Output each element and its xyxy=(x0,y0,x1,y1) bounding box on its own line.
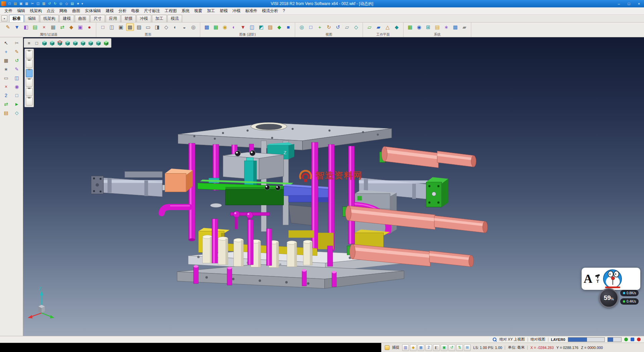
print-icon[interactable]: ▦ xyxy=(24,1,29,6)
workplane-3points-icon[interactable]: △ xyxy=(384,23,391,31)
menu-item-16[interactable]: 塑模 xyxy=(217,7,230,14)
menu-item-18[interactable]: 标准件 xyxy=(243,7,260,14)
snap-toggle-label[interactable]: 捕捉 xyxy=(392,345,399,350)
restore-button[interactable]: □ xyxy=(624,0,634,7)
move-icon[interactable]: + xyxy=(2,48,10,55)
standard-views-icon[interactable]: ▱ xyxy=(343,23,351,31)
highlight-icon[interactable]: ● xyxy=(86,23,93,31)
quick-access-dropdown-icon[interactable]: ▾ xyxy=(82,2,83,5)
options-icon[interactable]: ∗ xyxy=(75,1,80,6)
rotate-view-icon[interactable]: ↻ xyxy=(325,23,333,31)
select-icon[interactable]: ↖ xyxy=(2,39,10,47)
erase-icon[interactable]: × xyxy=(2,83,10,90)
view-cube-icon-9[interactable] xyxy=(103,40,110,47)
tray-grid-icon[interactable]: ▣ xyxy=(441,344,447,351)
sketch-icon[interactable]: ✎ xyxy=(13,48,21,55)
transparency-icon[interactable]: ▨ xyxy=(135,23,143,31)
status-red-icon[interactable] xyxy=(637,338,641,341)
annotate-icon[interactable]: ✎ xyxy=(13,65,21,73)
clipboard-slot-5-icon[interactable] xyxy=(26,88,33,96)
measure-icon[interactable]: ◇ xyxy=(64,1,69,6)
tab-5[interactable]: 曲面 xyxy=(75,15,90,22)
minimize-button[interactable]: – xyxy=(614,0,624,7)
pan-icon[interactable]: + xyxy=(316,23,324,31)
grid-icon[interactable]: ⊞ xyxy=(424,23,432,31)
absolute-view-label[interactable]: 绝对视图 xyxy=(531,337,545,342)
mirror-icon[interactable]: ◫ xyxy=(13,74,21,82)
world-icon[interactable]: ◉ xyxy=(415,23,423,31)
menu-item-6[interactable]: 曲面 xyxy=(70,7,83,14)
paste-icon[interactable]: ▥ xyxy=(41,1,46,6)
wireframe-icon[interactable]: □ xyxy=(99,23,107,31)
tab-4[interactable]: 建模 xyxy=(59,15,74,22)
clipboard-slot-6-icon[interactable] xyxy=(26,97,33,105)
tab-7[interactable]: 应用 xyxy=(106,15,120,22)
hidden-line-icon[interactable]: ◫ xyxy=(108,23,116,31)
open-file-icon[interactable]: ▤ xyxy=(13,1,18,6)
plane-icon[interactable]: ▭ xyxy=(2,74,10,82)
percent-badge[interactable]: 59% xyxy=(599,288,619,308)
viewbar-menu-icon[interactable]: ≡ xyxy=(25,40,33,47)
status-blue-icon[interactable] xyxy=(631,338,634,341)
copy-icon[interactable]: ◫ xyxy=(36,1,41,6)
element-type-icon[interactable]: ◆ xyxy=(67,23,75,31)
diamond-icon[interactable]: ◇ xyxy=(13,109,21,117)
tray-palette-icon[interactable]: ◧ xyxy=(433,344,440,351)
workplane-face-icon[interactable]: ▰ xyxy=(375,23,382,31)
layer-filter-icon[interactable]: ▤ xyxy=(31,23,39,31)
view-cube-icon-4[interactable] xyxy=(64,40,71,47)
menu-item-4[interactable]: 点云 xyxy=(44,7,57,14)
grid-icon[interactable]: ▦ xyxy=(2,57,10,64)
tray-table-icon[interactable]: ⊞ xyxy=(464,344,471,351)
shaded-icon[interactable]: ▣ xyxy=(117,23,125,31)
dimension-icon[interactable]: 2 xyxy=(2,92,10,99)
menu-item-10[interactable]: 电极 xyxy=(129,7,142,14)
light-icon[interactable]: ◉ xyxy=(221,23,229,31)
command-prompt-area[interactable] xyxy=(0,343,381,352)
attributes-pen-icon[interactable]: ✎ xyxy=(4,23,12,31)
zoom-indicator-icon[interactable] xyxy=(493,338,497,342)
menu-item-7[interactable]: 实体编辑 xyxy=(83,7,103,14)
view-cube-icon-2[interactable] xyxy=(49,40,56,47)
snap-settings-icon[interactable]: ∗ xyxy=(442,23,450,31)
remove-filter-icon[interactable]: × xyxy=(40,23,48,31)
upload-speed-pill[interactable]: 0.8K/s xyxy=(620,290,639,296)
add-view-icon[interactable]: ◆ xyxy=(275,23,283,31)
menu-item-19[interactable]: 模流分析 xyxy=(260,7,280,14)
tray-film-icon[interactable]: ▦ xyxy=(418,344,424,351)
attribute-table-icon[interactable]: ▤ xyxy=(433,23,441,31)
swap-selection-icon[interactable]: ⇄ xyxy=(58,23,66,31)
color-filter-icon[interactable]: ◧ xyxy=(22,23,30,31)
plane-slab-icon[interactable]: ▰ xyxy=(461,23,468,31)
cylinder-display-icon[interactable]: ▭ xyxy=(144,23,152,31)
clipboard-slot-4-icon[interactable] xyxy=(26,79,33,87)
menu-item-13[interactable]: 系统 xyxy=(179,7,192,14)
clipboard-slot-2-icon[interactable] xyxy=(26,60,33,68)
active-layer-label[interactable]: LAYER0 xyxy=(551,338,565,342)
trim-icon[interactable]: ✂ xyxy=(13,39,21,47)
menu-item-14[interactable]: 视窗 xyxy=(192,7,205,14)
tab-1[interactable]: 标准 xyxy=(9,15,24,22)
matrix-icon[interactable]: ▩ xyxy=(451,23,459,31)
secondary-color-bar[interactable] xyxy=(607,337,622,342)
filter-icon[interactable]: ▼ xyxy=(13,23,21,31)
snap-indicator-icon[interactable] xyxy=(385,345,389,350)
save-icon[interactable]: ▣ xyxy=(18,1,23,6)
menu-item-5[interactable]: 网格 xyxy=(57,7,70,14)
close-button[interactable]: × xyxy=(634,0,644,7)
menu-item-12[interactable]: 工程图 xyxy=(162,7,179,14)
texture-icon[interactable]: ▦ xyxy=(212,23,220,31)
list-icon[interactable]: ▤ xyxy=(2,109,10,117)
new-file-icon[interactable]: □ xyxy=(7,1,12,6)
tab-8[interactable]: 塑膜 xyxy=(121,15,136,22)
menu-item-2[interactable]: 编辑 xyxy=(15,7,28,14)
menu-item-9[interactable]: 分析 xyxy=(116,7,129,14)
tab-11[interactable]: 模流 xyxy=(167,15,182,22)
play-icon[interactable]: ► xyxy=(13,100,21,108)
layer-color-bar[interactable] xyxy=(568,337,605,342)
tray-star-icon[interactable]: ◆ xyxy=(410,344,417,351)
shadow-icon[interactable]: ◐ xyxy=(230,23,238,31)
clipboard-slot-1-icon[interactable] xyxy=(26,50,33,58)
assistant-overlay-card[interactable]: A T xyxy=(582,268,640,290)
shaded-edges-icon[interactable]: ▩ xyxy=(126,23,134,31)
